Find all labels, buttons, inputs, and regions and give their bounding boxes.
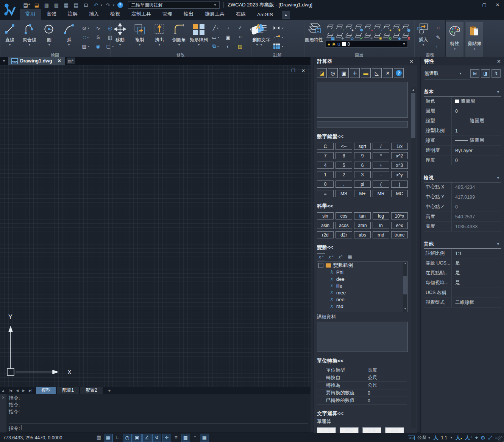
layer-state-down-icon[interactable]: ↓ bbox=[326, 23, 335, 31]
chevron-down-icon[interactable]: ▾ bbox=[113, 3, 114, 7]
spline-icon[interactable]: ∿ bbox=[92, 23, 104, 33]
redo-icon[interactable]: ↷ bbox=[104, 1, 112, 9]
矩形陣列-button[interactable]: 矩形陣列▼ bbox=[189, 22, 208, 46]
new-variable-icon[interactable]: x⁺ bbox=[317, 253, 325, 260]
variables-section-title[interactable]: 變數<< bbox=[317, 244, 417, 251]
unit-conversion-row[interactable]: 已轉換的數值0 bbox=[317, 397, 407, 405]
calc-fn-abs[interactable]: abs bbox=[354, 231, 371, 238]
section-header[interactable]: 基本▼ bbox=[424, 89, 501, 96]
calc-fn-acos[interactable]: acos bbox=[335, 222, 352, 229]
drawing-canvas[interactable]: ─ ❐ ✕ Y X bbox=[0, 65, 311, 387]
snap-mode-icon[interactable]: ▦ bbox=[104, 434, 113, 442]
command-history[interactable]: 指令:指令:指令: 指令: bbox=[6, 394, 311, 433]
next-layout-icon[interactable]: ▶ bbox=[21, 389, 27, 392]
property-value[interactable]: 1:1 bbox=[452, 251, 462, 256]
close-icon[interactable]: ✕ bbox=[409, 59, 413, 64]
property-value[interactable]: 二維線框 bbox=[452, 299, 474, 306]
tab-ArcGIS[interactable]: ArcGIS bbox=[251, 10, 279, 20]
annotation-monitor-icon[interactable]: ⁺ bbox=[191, 434, 199, 441]
plot-icon[interactable]: ▦ bbox=[62, 1, 70, 9]
clear-icon[interactable]: ◪ bbox=[317, 68, 327, 78]
insert-block-button[interactable]: 插入 ▼ bbox=[415, 22, 432, 46]
table-icon[interactable]: ▼ bbox=[273, 42, 284, 51]
unit-row-value[interactable]: 公尺 bbox=[368, 382, 377, 389]
point-icon[interactable]: ∷▼ bbox=[80, 33, 92, 42]
edit-block-icon[interactable]: ✎ bbox=[432, 33, 444, 42]
property-value[interactable]: 0 bbox=[452, 204, 458, 210]
tab-在線[interactable]: 在線 bbox=[230, 9, 251, 20]
variable-details-box[interactable] bbox=[317, 322, 408, 352]
doc-restore-button[interactable]: ❐ bbox=[291, 68, 295, 73]
variables-folder[interactable]: −變數範例 bbox=[317, 262, 407, 269]
object-snap-tracking-icon[interactable]: ↯ bbox=[152, 434, 161, 442]
align-icon[interactable]: ≈ bbox=[234, 33, 246, 42]
layer-off-icon[interactable]: ● bbox=[345, 23, 354, 31]
property-value[interactable]: ByLayer bbox=[452, 148, 473, 153]
tab-輸出[interactable]: 輸出 bbox=[178, 9, 199, 20]
quick-select-icon[interactable]: ⌖ bbox=[475, 435, 478, 441]
textops-section-title[interactable]: 文字運算<< bbox=[317, 410, 417, 417]
transparency-icon[interactable]: ▩ bbox=[181, 434, 190, 442]
calc-key-MR[interactable]: MR bbox=[373, 190, 389, 197]
擠出-button[interactable]: 擠出▼ bbox=[150, 22, 169, 46]
close-button[interactable]: ✕ bbox=[496, 2, 499, 8]
lineweight-icon[interactable]: ≡ bbox=[172, 434, 180, 441]
grid-display-icon[interactable]: ▦ bbox=[95, 434, 103, 441]
layer-freeze-icon[interactable]: ❄ bbox=[354, 23, 363, 31]
help-icon[interactable]: ? bbox=[394, 68, 404, 78]
property-value[interactable]: 隨圖層 bbox=[452, 137, 484, 144]
properties-palette-button[interactable]: 特性 ▼ bbox=[446, 22, 463, 59]
chevron-down-icon[interactable]: ▼ bbox=[496, 176, 500, 180]
tab-實體[interactable]: 實體 bbox=[41, 9, 62, 20]
selection-dropdown[interactable]: 無選取 ▼ bbox=[424, 70, 462, 77]
移動-button[interactable]: 移動▼ bbox=[111, 22, 130, 46]
tab-檢視[interactable]: 檢視 bbox=[105, 9, 126, 20]
save-as-icon[interactable]: ▥ bbox=[52, 1, 61, 9]
聚合線-button[interactable]: 聚合線▼ bbox=[20, 22, 39, 46]
layer-match-icon[interactable]: ◇ bbox=[345, 32, 354, 39]
calc-key-8[interactable]: 8 bbox=[335, 152, 352, 159]
property-value[interactable]: 是 bbox=[452, 280, 460, 286]
lengthen-icon[interactable]: ⌿ bbox=[234, 23, 246, 33]
calc-key-*[interactable]: * bbox=[373, 152, 389, 159]
layer-settings-icon[interactable]: ▤ bbox=[326, 32, 335, 39]
layer-properties-button[interactable]: 圖層特性 bbox=[304, 22, 323, 43]
layer-copy-icon[interactable]: ◈ bbox=[392, 32, 401, 39]
hatch-icon[interactable]: ▨▼ bbox=[80, 42, 92, 51]
layer-current-icon[interactable]: ✔ bbox=[354, 32, 363, 39]
layer-viewport-freeze-icon[interactable]: ✳ bbox=[373, 32, 382, 39]
calc-key-pi[interactable]: pi bbox=[354, 181, 371, 188]
property-value[interactable]: 417.0199 bbox=[452, 195, 475, 200]
calc-key-MC[interactable]: MC bbox=[391, 190, 408, 197]
tab-管理[interactable]: 管理 bbox=[157, 9, 178, 20]
units-section-title[interactable]: 單位轉換<< bbox=[317, 358, 417, 364]
calc-key-9[interactable]: 9 bbox=[354, 152, 371, 159]
calc-key-6[interactable]: 6 bbox=[354, 162, 371, 169]
save-icon[interactable]: ▥ bbox=[42, 1, 51, 9]
property-value[interactable]: 0 bbox=[452, 109, 458, 114]
calculator-history-display[interactable] bbox=[317, 82, 408, 118]
layer-unlock-icon[interactable]: ▫ bbox=[373, 23, 382, 31]
variable-item[interactable]: xrad bbox=[317, 303, 407, 310]
auto-annotation-icon[interactable]: 人⁺ bbox=[465, 434, 473, 441]
property-value[interactable]: 隨圖層 bbox=[452, 98, 475, 104]
annotation-visibility-icon[interactable]: 人● bbox=[456, 434, 462, 441]
ortho-mode-icon[interactable]: ∟ bbox=[114, 434, 122, 441]
helix-icon[interactable]: S bbox=[92, 33, 104, 42]
property-value[interactable]: 0 bbox=[452, 158, 458, 163]
unit-row-value[interactable]: 長度 bbox=[368, 367, 377, 374]
layer-restore-icon[interactable]: ⟲ bbox=[383, 32, 392, 39]
section-header[interactable]: 其他▼ bbox=[424, 241, 501, 249]
donut-icon[interactable]: ◉ bbox=[92, 42, 104, 51]
get-coordinates-icon[interactable]: ✛ bbox=[350, 68, 360, 78]
calc-key-x^y[interactable]: x^y bbox=[391, 171, 408, 178]
calc-key-0[interactable]: 0 bbox=[317, 181, 334, 188]
calculator-input[interactable] bbox=[317, 121, 408, 128]
new-layout-button[interactable]: ＋ bbox=[103, 388, 115, 394]
intersection-icon[interactable]: ✕ bbox=[383, 68, 393, 78]
property-value[interactable]: 是 bbox=[452, 270, 460, 276]
close-icon[interactable]: ✕ bbox=[497, 59, 501, 64]
calc-fn-atan[interactable]: atan bbox=[354, 222, 371, 229]
layout-tab-配置2[interactable]: 配置2 bbox=[80, 387, 103, 394]
workspace-dropdown[interactable]: 二維草圖與註解 ▼ bbox=[128, 1, 220, 9]
